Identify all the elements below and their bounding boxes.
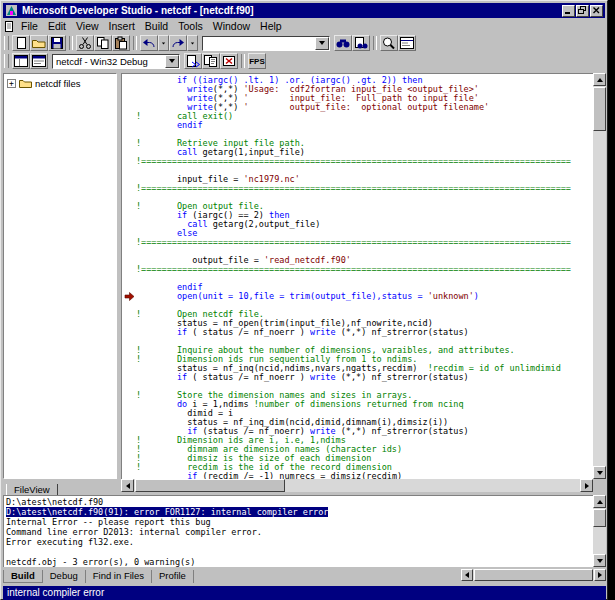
redo-dropdown-icon[interactable]	[187, 35, 198, 51]
undo-icon[interactable]	[140, 35, 158, 51]
workspace-tab-strip: FileView	[3, 479, 117, 493]
scroll-down-button[interactable]	[593, 466, 606, 479]
folder-icon	[19, 78, 32, 89]
scroll-thumb[interactable]	[474, 569, 593, 581]
status-bar: internal compiler error	[3, 586, 606, 600]
app-icon[interactable]	[6, 5, 17, 16]
expand-icon[interactable]: +	[7, 79, 16, 88]
redo-icon[interactable]	[169, 35, 187, 51]
output-window-icon[interactable]	[30, 53, 48, 69]
output-line[interactable]: D:\atest\netcdf.f90	[6, 497, 593, 507]
output-horizontal-scrollbar[interactable]	[461, 569, 606, 581]
tree-item-netcdf-files[interactable]: + netcdf files	[7, 78, 116, 89]
scroll-left-button[interactable]	[461, 569, 473, 581]
menu-edit[interactable]: Edit	[43, 20, 71, 32]
workspace-window-icon[interactable]	[12, 53, 30, 69]
menu-bar: FileEditViewInsertBuildToolsWindowHelp	[3, 19, 605, 33]
scroll-thumb[interactable]	[135, 479, 285, 492]
code-line: !=======================================…	[136, 157, 593, 166]
scroll-up-button[interactable]	[593, 495, 606, 508]
code-area: if ((iargc() .lt. 1) .or. (iargc() .gt. …	[136, 76, 593, 479]
code-line: open(unit = 10,file = trim(output_file),…	[136, 292, 593, 301]
menu-tools[interactable]: Tools	[173, 20, 208, 32]
editor-vertical-scrollbar[interactable]	[593, 73, 606, 479]
build-config-combo[interactable]: netcdf - Win32 Debug	[52, 54, 180, 69]
document-icon[interactable]	[4, 21, 14, 32]
build-toolbar: netcdf - Win32 Debug FPS	[3, 52, 605, 70]
build-icon[interactable]	[202, 53, 220, 69]
title-bar[interactable]: Microsoft Developer Studio - netcdf - [n…	[3, 3, 605, 18]
output-line[interactable]: Internal Error -- please report this bug	[6, 517, 593, 527]
menu-build[interactable]: Build	[140, 20, 173, 32]
stop-build-icon[interactable]	[220, 53, 238, 69]
scroll-thumb[interactable]	[593, 87, 606, 131]
output-pane[interactable]: D:\atest\netcdf.f90D:\atest\netcdf.f90(9…	[3, 495, 593, 567]
code-line: if (recdim /= -1) numrecs = dimsiz(recdi…	[136, 472, 593, 479]
scroll-left-button[interactable]	[121, 479, 134, 492]
paste-icon[interactable]	[112, 35, 130, 51]
standard-toolbar	[3, 34, 605, 52]
code-line: call getarg(2,output_file)	[136, 220, 593, 229]
scroll-up-button[interactable]	[593, 73, 606, 86]
window-title: Microsoft Developer Studio - netcdf - [n…	[22, 5, 561, 16]
find-icon[interactable]	[334, 35, 352, 51]
toolbar-separator	[69, 36, 73, 50]
scroll-right-button[interactable]	[580, 479, 593, 492]
code-line: endif	[136, 121, 593, 130]
scroll-thumb[interactable]	[593, 509, 606, 527]
output-line[interactable]: Error executing fl32.exe.	[6, 537, 593, 547]
build-config-combo-value: netcdf - Win32 Debug	[53, 56, 165, 67]
combo-dropdown-icon[interactable]	[165, 55, 179, 68]
window-list-icon[interactable]	[398, 35, 416, 51]
code-line: !=======================================…	[136, 184, 593, 193]
open-folder-icon[interactable]	[30, 35, 48, 51]
app-window: Microsoft Developer Studio - netcdf - [n…	[0, 0, 608, 600]
fps-icon[interactable]: FPS	[248, 53, 266, 69]
output-tab-debug[interactable]: Debug	[43, 570, 86, 583]
workspace-pane[interactable]: + netcdf files	[3, 73, 117, 479]
wizardbar-combo[interactable]	[202, 36, 330, 51]
toolbar-grip[interactable]	[4, 54, 9, 68]
minimize-button[interactable]	[562, 5, 575, 17]
restore-button[interactable]	[576, 5, 589, 17]
code-line: ! call exit()	[136, 112, 593, 121]
scrollbar-corner	[593, 479, 606, 492]
cut-icon[interactable]	[76, 35, 94, 51]
scroll-down-button[interactable]	[593, 554, 606, 567]
menu-file[interactable]: File	[16, 20, 43, 32]
code-line: if ( status /= nf_noerr ) write (*,*) nf…	[136, 328, 593, 337]
menu-window[interactable]: Window	[208, 20, 255, 32]
status-message: internal compiler error	[7, 587, 104, 598]
output-line[interactable]	[6, 547, 593, 557]
copy-icon[interactable]	[94, 35, 112, 51]
menu-insert[interactable]: Insert	[104, 20, 140, 32]
output-line-selected[interactable]: D:\atest\netcdf.f90(91): error FOR1127: …	[6, 507, 593, 517]
menu-view[interactable]: View	[71, 20, 104, 32]
output-line[interactable]: Command line error D2013: internal compi…	[6, 527, 593, 537]
scroll-right-button[interactable]	[594, 569, 606, 581]
code-editor[interactable]: if ((iargc() .lt. 1) .or. (iargc() .gt. …	[121, 73, 593, 479]
toolbar-separator	[133, 36, 137, 50]
output-vertical-scrollbar[interactable]	[593, 495, 606, 567]
menu-help[interactable]: Help	[255, 20, 287, 32]
search-icon[interactable]	[380, 35, 398, 51]
output-tab-build[interactable]: Build	[3, 570, 43, 583]
new-file-icon[interactable]	[12, 35, 30, 51]
undo-dropdown-icon[interactable]	[158, 35, 169, 51]
output-tab-find-in-files[interactable]: Find in Files	[86, 570, 152, 583]
current-statement-marker	[124, 292, 135, 301]
editor-horizontal-scrollbar[interactable]	[121, 479, 593, 492]
output-tab-profile[interactable]: Profile	[152, 570, 194, 583]
toolbar-grip[interactable]	[4, 36, 9, 50]
code-line	[136, 274, 593, 283]
code-line: !=======================================…	[136, 238, 593, 247]
save-icon[interactable]	[48, 35, 66, 51]
tree-item-label: netcdf files	[35, 78, 80, 89]
toolbar-separator	[373, 36, 377, 50]
combo-dropdown-icon[interactable]	[315, 37, 329, 50]
code-line: if ( status /= nf_noerr ) write (*,*) nf…	[136, 373, 593, 382]
compile-icon[interactable]	[184, 53, 202, 69]
toolbar-separator	[241, 54, 245, 68]
find-in-files-icon[interactable]	[352, 35, 370, 51]
close-button[interactable]	[590, 5, 603, 17]
